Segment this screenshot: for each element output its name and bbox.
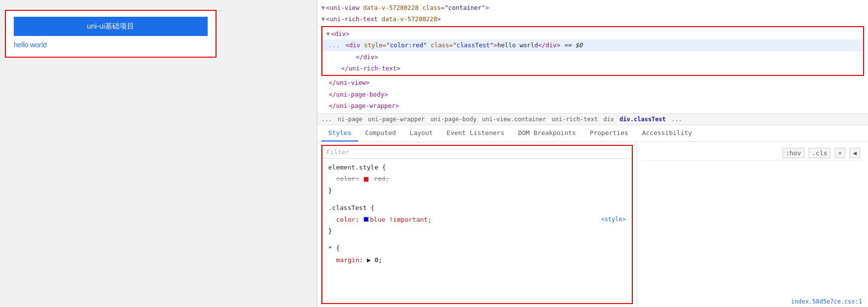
dom-line-close-uni-rich-text[interactable]: </uni-rich-text> xyxy=(322,63,863,74)
css-selector-star: * { xyxy=(328,242,626,254)
tag: <uni-view xyxy=(326,4,360,11)
attr-name-class: class= xyxy=(422,4,444,11)
dom-line-uni-rich-text[interactable]: ▼<uni-rich-text data-v-57280228> xyxy=(317,13,868,25)
source-link[interactable]: <style> xyxy=(601,214,626,225)
css-selector-element: element.style { xyxy=(328,162,626,173)
breadcrumb-ni-page[interactable]: ni-page xyxy=(338,116,363,123)
cls-button[interactable]: .cls xyxy=(808,148,831,158)
color-swatch-blue xyxy=(364,217,369,222)
arrow-icon: ▼ xyxy=(326,30,330,37)
css-block-element-style: element.style { color: red; } xyxy=(322,159,632,199)
tag-close: </uni-page-body> xyxy=(329,91,388,98)
styles-right-panel: :hov .cls + ◀ xyxy=(637,142,868,307)
css-close-brace-2: } xyxy=(328,225,626,237)
dom-line-uni-view[interactable]: ▼<uni-view data-v-57280228 class="contai… xyxy=(317,2,868,13)
breadcrumb-div[interactable]: div xyxy=(603,116,614,123)
preview-panel: uni-ui基础项目 hello world xyxy=(0,0,317,307)
css-property-color-blue: color: blue !important; <style> xyxy=(328,214,626,225)
filter-placeholder: Filter xyxy=(326,148,349,156)
tab-dom-breakpoints[interactable]: DOM Breakpoints xyxy=(511,125,583,141)
arrow-icon: ▼ xyxy=(321,4,325,11)
tab-computed[interactable]: Computed xyxy=(358,125,403,141)
tag-close: </div> xyxy=(356,53,378,61)
tab-accessibility[interactable]: Accessibility xyxy=(635,125,699,141)
dom-line-close-uni-view[interactable]: </uni-view> xyxy=(317,77,868,88)
hov-button[interactable]: :hov xyxy=(782,148,805,158)
dom-line-div[interactable]: ▼<div> xyxy=(322,28,863,39)
breadcrumb-sep xyxy=(333,116,337,123)
bottom-link-area: index.58d5e7ce.css:1 xyxy=(791,298,863,305)
attr-class-value: "classTest" xyxy=(453,41,494,49)
breadcrumb-sep xyxy=(364,116,367,123)
attr-style: style= xyxy=(364,41,386,49)
breadcrumb-overflow[interactable]: ... xyxy=(671,116,682,123)
tag-close: > xyxy=(437,15,441,23)
arrow-button[interactable]: ◀ xyxy=(849,148,860,158)
breadcrumb-sep xyxy=(599,116,602,123)
preview-button: uni-ui基础项目 xyxy=(14,17,208,36)
filter-bar[interactable]: Filter xyxy=(322,146,632,159)
tabs-bar: Styles Computed Layout Event Listeners D… xyxy=(317,125,868,142)
plus-button[interactable]: + xyxy=(835,148,845,158)
tag-open: <div xyxy=(345,41,360,49)
tag-close: </uni-view> xyxy=(329,79,370,86)
dom-line-close-div[interactable]: </div> xyxy=(322,51,863,63)
styles-toolbar: :hov .cls + ◀ xyxy=(641,146,864,161)
tab-properties[interactable]: Properties xyxy=(583,125,635,141)
attr-style-value: "color:red" xyxy=(386,41,427,49)
text-node: hello world xyxy=(497,41,538,49)
styles-area: Filter element.style { color: red; } .cl… xyxy=(317,142,868,307)
dom-tree: ▼<uni-view data-v-57280228 class="contai… xyxy=(317,0,868,113)
tab-layout[interactable]: Layout xyxy=(403,125,440,141)
color-swatch-red xyxy=(364,177,369,182)
devtools-panel: ▼<uni-view data-v-57280228 class="contai… xyxy=(317,0,868,307)
equals-sign: == $0 xyxy=(564,41,583,49)
breadcrumb-sep xyxy=(477,116,481,123)
dom-line-close-uni-page-body[interactable]: </uni-page-body> xyxy=(317,89,868,100)
css-property-margin: margin: ▶ 0; xyxy=(328,254,626,266)
breadcrumb-uni-page-body[interactable]: uni-page-body xyxy=(431,116,477,123)
css-selector-classtest: .classTest { xyxy=(328,202,626,213)
tag: <div> xyxy=(331,30,350,37)
attr-value: "container" xyxy=(444,4,485,11)
styles-left-panel: Filter element.style { color: red; } .cl… xyxy=(317,142,637,307)
tag-close: </uni-rich-text> xyxy=(341,65,400,72)
preview-frame: uni-ui基础项目 hello world xyxy=(5,10,217,58)
tab-styles[interactable]: Styles xyxy=(321,125,358,141)
tag-close: </div> xyxy=(538,41,560,49)
dom-line-selected[interactable]: ... <div style="color:red" class="classT… xyxy=(322,39,863,51)
styles-box: Filter element.style { color: red; } .cl… xyxy=(321,145,633,304)
breadcrumb-uni-page-wrapper[interactable]: uni-page-wrapper xyxy=(368,116,425,123)
tag-close: > xyxy=(485,4,489,11)
breadcrumb-div-classtest[interactable]: div.classTest xyxy=(620,116,666,123)
breadcrumb-sep xyxy=(615,116,619,123)
attr-name: data-v-57280228 xyxy=(381,15,437,23)
arrow-icon: ▼ xyxy=(321,15,325,23)
breadcrumb: ... ni-page uni-page-wrapper uni-page-bo… xyxy=(317,113,868,125)
css-property-color-red: color: red; xyxy=(328,173,626,184)
preview-link: hello world xyxy=(14,41,208,49)
attr-class: class= xyxy=(431,41,453,49)
breadcrumb-sep xyxy=(426,116,429,123)
dom-selected-region: ▼<div> ... <div style="color:red" class=… xyxy=(321,26,864,76)
tag-gt: > xyxy=(494,41,497,49)
breadcrumb-uni-view-container[interactable]: uni-view.container xyxy=(482,116,546,123)
tab-event-listeners[interactable]: Event Listeners xyxy=(440,125,511,141)
tag-close: </uni-page-wrapper> xyxy=(329,102,399,109)
attr-name: data-v-57280228 xyxy=(363,4,419,11)
css-block-classtest: .classTest { color: blue !important; <st… xyxy=(322,199,632,239)
dom-line-close-uni-page-wrapper[interactable]: </uni-page-wrapper> xyxy=(317,100,868,111)
bottom-source-link[interactable]: index.58d5e7ce.css:1 xyxy=(791,298,863,305)
breadcrumb-sep xyxy=(547,116,551,123)
css-close-brace-1: } xyxy=(328,185,626,196)
css-block-star: * { margin: ▶ 0; xyxy=(322,239,632,269)
breadcrumb-ellipsis[interactable]: ... xyxy=(321,116,332,123)
ellipsis-button[interactable]: ... xyxy=(326,41,341,49)
breadcrumb-sep xyxy=(667,116,670,123)
breadcrumb-uni-rich-text[interactable]: uni-rich-text xyxy=(552,116,598,123)
tag: <uni-rich-text xyxy=(326,15,378,23)
